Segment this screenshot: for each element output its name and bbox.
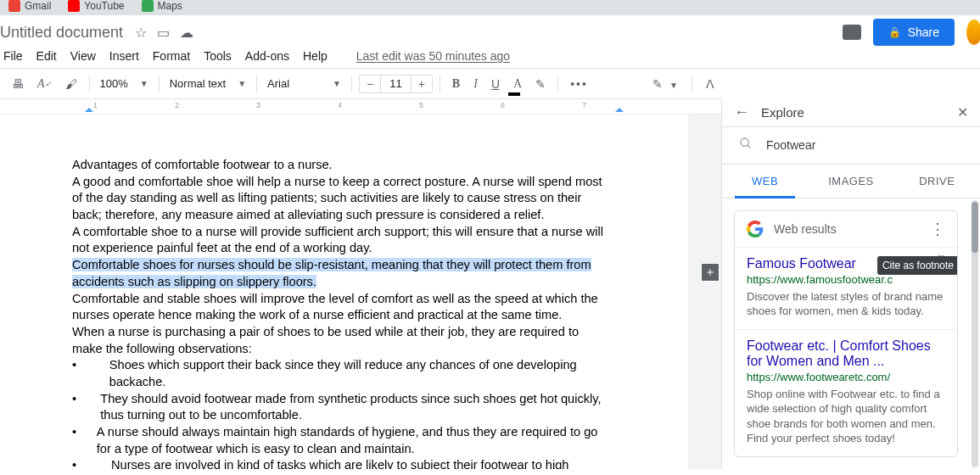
back-arrow-icon[interactable]: ←: [734, 103, 749, 121]
bullet-marker: •: [72, 457, 111, 469]
doc-paragraph[interactable]: A good and comfortable shoe will help a …: [72, 174, 612, 224]
selected-text[interactable]: Comfortable shoes for nurses should be s…: [72, 258, 591, 288]
ruler-mark: 1: [93, 101, 98, 109]
bookmark-maps[interactable]: Maps: [142, 0, 182, 12]
explore-body: Web results ⋮ ❞ Cite as footnote Famous …: [722, 198, 980, 469]
web-results-card: Web results ⋮ ❞ Cite as footnote Famous …: [734, 210, 958, 457]
doc-paragraph[interactable]: When a nurse is purchasing a pair of sho…: [72, 324, 612, 357]
indent-left-marker[interactable]: [85, 103, 93, 112]
star-icon[interactable]: ☆: [135, 25, 147, 41]
google-logo-icon: [747, 221, 764, 238]
zoom-select[interactable]: 100% ▼: [97, 77, 152, 90]
doc-paragraph[interactable]: Comfortable and stable shoes will improv…: [72, 291, 612, 324]
search-result: Footwear etc. | Comfort Shoes for Women …: [735, 329, 957, 456]
bullet-text[interactable]: They should avoid footwear made from syn…: [100, 391, 612, 424]
font-size-value[interactable]: 11: [381, 75, 410, 92]
explore-search-input[interactable]: [764, 137, 963, 153]
menu-tools[interactable]: Tools: [204, 49, 232, 63]
web-results-header: Web results ⋮: [735, 211, 957, 247]
explore-title: Explore: [761, 105, 804, 120]
result-description: Shop online with Footwear etc. to find a…: [747, 387, 945, 446]
browser-bookmarks-bar: Gmail YouTube Maps: [0, 0, 980, 15]
indent-right-marker[interactable]: [615, 103, 624, 112]
doc-bullet[interactable]: •Nurses are involved in kind of tasks wh…: [72, 457, 612, 469]
doc-bullet[interactable]: •A nurse should always maintain high sta…: [72, 424, 612, 457]
font-select[interactable]: Arial ▼: [264, 77, 344, 90]
italic-button[interactable]: I: [468, 74, 483, 94]
maps-icon: [142, 0, 154, 12]
doc-bullet[interactable]: •Shoes which support their back since th…: [72, 357, 612, 390]
highlight-color-button[interactable]: ✎: [530, 74, 551, 94]
document-scroll-area[interactable]: Advantages of comfortable footwear to a …: [0, 115, 721, 469]
spellcheck-icon[interactable]: A✓: [32, 74, 57, 94]
result-description: Discover the latest styles of brand name…: [747, 289, 945, 319]
youtube-icon: [68, 0, 80, 12]
last-edit-link[interactable]: Last edit was 50 minutes ago: [356, 49, 510, 63]
menu-view[interactable]: View: [70, 49, 96, 63]
cloud-status-icon[interactable]: ☁: [180, 25, 193, 41]
doc-paragraph[interactable]: Advantages of comfortable footwear to a …: [72, 157, 612, 174]
tab-images[interactable]: IMAGES: [808, 165, 893, 198]
font-size-increase[interactable]: +: [411, 75, 432, 92]
workspace: 1 2 3 4 5 6 7 Advantages of comfortable …: [0, 99, 980, 469]
bullet-marker: •: [72, 391, 100, 424]
ruler-mark: 4: [338, 101, 342, 109]
explore-panel: ← Explore ✕ WEB IMAGES DRIVE W: [721, 99, 980, 469]
ruler-mark: 7: [582, 101, 586, 109]
title-icon-group: ☆ ▭ ☁: [135, 25, 193, 41]
explore-scrollbar[interactable]: [972, 200, 978, 467]
horizontal-ruler[interactable]: 1 2 3 4 5 6 7: [0, 99, 721, 115]
explore-search-row: [722, 127, 980, 165]
font-size-decrease[interactable]: −: [360, 75, 381, 92]
bullet-text[interactable]: Nurses are involved in kind of tasks whi…: [111, 457, 568, 469]
more-tools-button[interactable]: •••: [565, 74, 593, 94]
share-button[interactable]: 🔒 Share: [873, 19, 955, 46]
doc-bullet[interactable]: •They should avoid footwear made from sy…: [72, 391, 612, 424]
print-icon[interactable]: 🖶: [7, 74, 29, 94]
bookmark-label: YouTube: [84, 0, 124, 12]
result-url[interactable]: https://www.famousfootwear.c: [747, 273, 945, 286]
bullet-marker: •: [72, 357, 109, 390]
menu-file[interactable]: File: [3, 49, 23, 63]
underline-button[interactable]: U: [486, 74, 505, 94]
bullet-text[interactable]: A nurse should always maintain high stan…: [97, 424, 612, 457]
svg-line-1: [748, 145, 750, 148]
gmail-icon: [8, 0, 20, 12]
editing-mode-button[interactable]: ✎▼: [652, 77, 678, 91]
document-name[interactable]: Untitled document: [0, 24, 132, 42]
lock-icon: 🔒: [888, 26, 901, 38]
menu-help[interactable]: Help: [303, 49, 328, 63]
add-comment-chip[interactable]: ＋: [701, 263, 720, 282]
close-icon[interactable]: ✕: [957, 104, 968, 120]
format-toolbar: 🖶 A✓ 🖌 100% ▼ Normal text ▼ Arial ▼ − 11…: [0, 69, 721, 99]
bullet-text[interactable]: Shoes which support their back since the…: [109, 357, 612, 390]
doc-paragraph[interactable]: A comfortable shoe to a nurse will provi…: [72, 224, 612, 257]
menu-insert[interactable]: Insert: [109, 49, 139, 63]
menu-addons[interactable]: Add-ons: [245, 49, 289, 63]
text-color-button[interactable]: A: [508, 74, 527, 94]
bold-button[interactable]: B: [447, 74, 465, 94]
ruler-mark: 3: [256, 101, 260, 109]
chevron-down-icon: ▼: [669, 81, 678, 90]
result-title[interactable]: Footwear etc. | Comfort Shoes for Women …: [747, 338, 945, 369]
move-icon[interactable]: ▭: [157, 25, 170, 41]
account-avatar[interactable]: [966, 20, 980, 45]
paragraph-style-select[interactable]: Normal text ▼: [166, 77, 249, 90]
scrollbar-thumb[interactable]: [972, 202, 978, 253]
tab-web[interactable]: WEB: [722, 165, 808, 198]
paint-format-icon[interactable]: 🖌: [60, 74, 82, 94]
share-label: Share: [908, 25, 939, 39]
menu-format[interactable]: Format: [153, 49, 190, 63]
menu-edit[interactable]: Edit: [36, 49, 57, 63]
comments-icon[interactable]: [843, 25, 861, 40]
more-options-icon[interactable]: ⋮: [930, 220, 945, 238]
document-page[interactable]: Advantages of comfortable footwear to a …: [0, 115, 688, 469]
ruler-mark: 5: [419, 101, 423, 109]
collapse-toolbar-icon[interactable]: ꓥ: [706, 77, 714, 91]
bookmark-gmail[interactable]: Gmail: [8, 0, 51, 12]
document-titlebar: Untitled document ☆ ▭ ☁ 🔒 Share: [0, 15, 980, 46]
doc-paragraph[interactable]: Comfortable shoes for nurses should be s…: [72, 257, 612, 290]
bookmark-youtube[interactable]: YouTube: [68, 0, 124, 12]
result-url[interactable]: https://www.footwearetc.com/: [747, 371, 945, 383]
tab-drive[interactable]: DRIVE: [894, 165, 980, 198]
